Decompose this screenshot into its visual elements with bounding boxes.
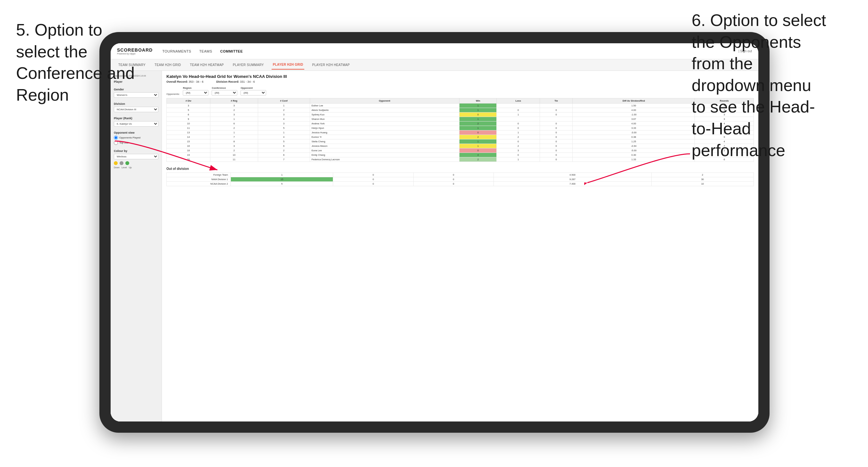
nav-tournaments[interactable]: TOURNAMENTS [162, 48, 191, 55]
sub-nav-team-h2h-grid[interactable]: TEAM H2H GRID [153, 61, 182, 69]
cell-out-name: Foreign Team [167, 173, 231, 177]
cell-reg: 7 [210, 135, 258, 139]
cell-reg: 10 [210, 153, 258, 157]
cell-conf: 3 [258, 122, 310, 126]
out-of-div-row: Foreign Team 1 0 0 4.500 2 [167, 173, 754, 177]
cell-win: 4 [460, 153, 497, 157]
nav-teams[interactable]: TEAMS [199, 48, 212, 55]
cell-tie: 0 [540, 153, 572, 157]
cell-win: 1 [460, 144, 497, 148]
cell-div: 18 [167, 148, 210, 153]
cell-conf: 6 [258, 153, 310, 157]
sub-nav-player-h2h-heatmap[interactable]: PLAYER H2H HEATMAP [311, 61, 351, 69]
colour-by-section: Colour by Win/loss Down Level Up [114, 149, 158, 168]
cell-win: 1 [460, 117, 497, 122]
cell-opponent: Alexis Sudjianto [310, 108, 460, 113]
cell-loss: 0 [497, 126, 540, 130]
division-record-label: Division Record: 331 - 34 - 6 [216, 80, 255, 83]
division-select[interactable]: NCAA Division III [114, 107, 158, 112]
table-row: 6 3 3 Sydney Kuo 0 1 0 -1.00 3 [167, 113, 754, 117]
cell-win: 2 [460, 135, 497, 139]
cell-opponent: Sydney Kuo [310, 113, 460, 117]
sub-nav-player-summary[interactable]: PLAYER SUMMARY [231, 61, 265, 69]
cell-diff: 4.00 [573, 122, 695, 126]
filter-opponent: Opponent (All) [241, 87, 266, 95]
cell-reg: 6 [210, 122, 258, 126]
cell-loss: 0 [497, 108, 540, 113]
cell-conf: 2 [258, 108, 310, 113]
sidebar-player-rank-label: Player (Rank) [114, 117, 158, 120]
cell-out-rounds: 30 [651, 177, 753, 182]
region-filter-select[interactable]: (All) [183, 90, 209, 95]
cell-out-name: NCAA Division 2 [167, 182, 231, 186]
filter-conference-label: Conference [212, 87, 237, 89]
filter-row: Opponents: Region (All) Conference (All) [166, 87, 754, 95]
cell-reg: 3 [210, 113, 258, 117]
cell-tie: 0 [540, 139, 572, 144]
cell-reg: 2 [210, 148, 258, 153]
cell-reg: 1 [210, 117, 258, 122]
cell-div: 15 [167, 139, 210, 144]
page-title: Katelyn Vo Head-to-Head Grid for Women's… [166, 74, 754, 79]
cell-opponent: Sharon Mun [310, 117, 460, 122]
cell-loss: 2 [497, 135, 540, 139]
opponent-view-radio-group: Opponents Played Top 100 [114, 135, 158, 145]
colour-by-label: Colour by [114, 149, 158, 153]
cell-reg: 8 [210, 139, 258, 144]
cell-diff: -3.00 [573, 130, 695, 135]
cell-win: 2 [460, 157, 497, 162]
records-row: Overall Record: 353 - 34 - 6 Division Re… [166, 80, 754, 83]
radio-top100[interactable]: Top 100 [114, 141, 158, 145]
filter-opponent-label: Opponent [241, 87, 266, 89]
cell-loss [497, 117, 540, 122]
cell-win: 1 [460, 103, 497, 108]
player-rank-select[interactable]: 6. Katelyn Vo [114, 121, 158, 127]
cell-tie: 0 [540, 130, 572, 135]
cell-conf: 1 [258, 103, 310, 108]
cell-win: 1 [460, 139, 497, 144]
opponents-label: Opponents: [166, 93, 180, 95]
cell-opponent: Euna Lee [310, 148, 460, 153]
cell-opponent: Emily Chang [310, 153, 460, 157]
cell-loss: 0 [497, 122, 540, 126]
sidebar: Last Updated: 27/03/2024 14:44 Player Ge… [111, 71, 162, 422]
cell-reg: 2 [210, 126, 258, 130]
table-row: 5 2 2 Alexis Sudjianto 1 0 0 4.00 3 [167, 108, 754, 113]
cell-loss: 0 [497, 139, 540, 144]
radio-opponents-played[interactable]: Opponents Played [114, 135, 158, 140]
cell-conf: 5 [258, 139, 310, 144]
cell-tie: 0 [540, 108, 572, 113]
dot-down [114, 161, 118, 165]
cell-win: 0 [460, 113, 497, 117]
h2h-table: # Div # Reg # Conf Opponent Win Loss Tie… [166, 98, 754, 162]
cell-conf: 3 [258, 113, 310, 117]
nav-committee[interactable]: COMMITTEE [220, 48, 243, 55]
data-area: Katelyn Vo Head-to-Head Grid for Women's… [162, 71, 758, 422]
cell-opponent: Jessica Huang [310, 130, 460, 135]
col-loss: Loss [497, 98, 540, 103]
table-row: 13 1 1 Jessica Huang 0 1 0 -3.00 2 [167, 130, 754, 135]
cell-out-diff: 9.267 [494, 177, 652, 182]
opponent-filter-select[interactable]: (All) [241, 90, 266, 95]
cell-out-loss: 0 [333, 177, 413, 182]
table-row: 15 8 5 Stella Cheng 1 0 0 1.25 4 [167, 139, 754, 144]
cell-tie: 0 [540, 126, 572, 130]
cell-div: 6 [167, 113, 210, 117]
cell-out-loss: 0 [333, 173, 413, 177]
cell-win: 1 [460, 108, 497, 113]
conference-filter-select[interactable]: (All) [212, 90, 237, 95]
cell-out-win: 5 [231, 182, 333, 186]
table-row: 10 6 3 Andrea York 2 0 0 4.00 4 [167, 122, 754, 126]
cell-win: 2 [460, 122, 497, 126]
sub-nav-team-h2h-heatmap[interactable]: TEAM H2H HEATMAP [189, 61, 225, 69]
cell-div: 19 [167, 153, 210, 157]
cell-reg: 3 [210, 103, 258, 108]
cell-div: 10 [167, 122, 210, 126]
cell-div: 14 [167, 135, 210, 139]
colour-by-select[interactable]: Win/loss [114, 154, 158, 159]
tablet-screen: SCOREBOARD Powered by clippd TOURNAMENTS… [111, 43, 758, 422]
cell-out-loss: 0 [333, 182, 413, 186]
cell-opponent: Federica Domecq Lacroze [310, 157, 460, 162]
opponent-view-label: Opponent view [114, 131, 158, 134]
sub-nav-player-h2h-grid[interactable]: PLAYER H2H GRID [272, 60, 305, 69]
